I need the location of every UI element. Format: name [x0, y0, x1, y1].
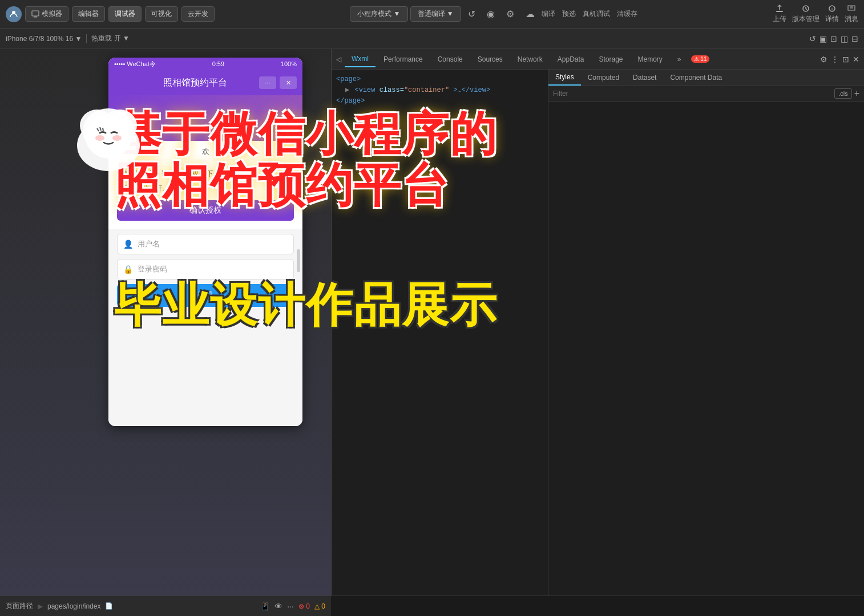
- devtools-arrow-icon: ◁: [336, 55, 341, 63]
- more-tabs-icon[interactable]: »: [671, 52, 688, 67]
- error-count: ⊗ 0: [298, 602, 310, 610]
- cloud-tab[interactable]: 云开发: [181, 6, 215, 22]
- message-btn[interactable]: 消息: [845, 4, 858, 24]
- svg-text:i: i: [831, 6, 833, 12]
- layout-toggle-4[interactable]: ⊟: [851, 34, 858, 43]
- user-icon: 👤: [123, 240, 133, 249]
- warning-count: △ 0: [314, 602, 325, 610]
- more-devtools-icon[interactable]: ⋮: [831, 55, 839, 64]
- xml-line-page-open: <page>: [336, 74, 543, 85]
- second-toolbar: iPhone 6/7/8 100% 16 ▼ 热重载 开 ▼ ↺ ▣ ⊡ ◫ ⊟: [0, 29, 864, 49]
- phone-auth-popup: 尊敬的用户，请确认授权以下信息 • 获得你的公开... 确认授权: [108, 160, 302, 229]
- close-icon[interactable]: ✕: [280, 76, 297, 89]
- preview-label: 预选: [562, 9, 576, 19]
- computed-tab[interactable]: Computed: [581, 70, 626, 86]
- layout-toggle-2[interactable]: ⊡: [830, 34, 837, 43]
- storage-tab[interactable]: Storage: [592, 52, 629, 67]
- appdata-tab[interactable]: AppData: [551, 52, 591, 67]
- phone-frame: ••••• WeChat令 0:59 100% 照相馆预约平台 ··· ✕ 欢: [108, 58, 302, 426]
- phone-carrier: ••••• WeChat令: [114, 60, 156, 68]
- debugger-tab[interactable]: 调试器: [108, 6, 142, 22]
- password-input[interactable]: 🔒 登录密码: [117, 259, 294, 279]
- menu-icon[interactable]: ···: [259, 76, 276, 89]
- phone-banner: [108, 95, 302, 141]
- divider: [86, 34, 87, 43]
- real-device-label: 真机调试: [583, 9, 610, 19]
- refresh-btn[interactable]: ↺: [463, 6, 480, 22]
- preview-btn[interactable]: ◉: [482, 6, 499, 22]
- more-icon: ···: [287, 602, 294, 611]
- settings-icon[interactable]: ⚙: [820, 55, 827, 64]
- phone-battery: 100%: [281, 60, 297, 67]
- simulator-panel: ••••• WeChat令 0:59 100% 照相馆预约平台 ··· ✕ 欢: [0, 49, 331, 616]
- style-tabs: Styles Computed Dataset Component Data: [548, 70, 864, 86]
- phone-content: 欢 尊敬的用户，请确认授权以下信息 • 获得你的公开... 确认授权 👤 用户名…: [108, 95, 302, 426]
- memory-tab[interactable]: Memory: [631, 52, 669, 67]
- compile-select[interactable]: 普通编译 ▼: [410, 6, 461, 22]
- xml-line-view[interactable]: ▶ <view class="container" >…</view>: [336, 85, 543, 96]
- page-path: pages/login/index: [47, 602, 100, 610]
- phone-nav-icons: ··· ✕: [259, 76, 297, 89]
- close-devtools-icon[interactable]: ✕: [853, 55, 859, 64]
- toolbar-center: 小程序模式 ▼ 普通编译 ▼ ↺ ◉ ⚙ ☁ 编译 预选 真机调试 清缓存: [215, 6, 773, 22]
- add-rule-btn[interactable]: +: [854, 88, 859, 99]
- status-bar-right: 📱 👁 ··· ⊗ 0 △ 0: [260, 602, 325, 611]
- filter-input[interactable]: [553, 90, 834, 98]
- simulator-tab[interactable]: 模拟器: [25, 6, 68, 22]
- eye-icon: 👁: [274, 602, 282, 611]
- phone-nav-title: 照相馆预约平台: [163, 77, 227, 89]
- password-placeholder: 登录密码: [138, 264, 167, 274]
- style-panel: Styles Computed Dataset Component Data .…: [548, 70, 864, 616]
- clear-cache-label: 清缓存: [617, 9, 637, 19]
- hot-reload[interactable]: 热重载 开 ▼: [91, 34, 130, 43]
- toolbar-right: 上传 版本管理 i 详情 消息: [773, 4, 858, 24]
- styles-tab[interactable]: Styles: [548, 70, 581, 86]
- error-badge: ⚠ 11: [691, 55, 710, 63]
- layout-toggle-3[interactable]: ◫: [841, 34, 848, 43]
- devtools-tab-bar: ◁ Wxml Performance Console Sources Netwo…: [332, 49, 864, 70]
- devtools-content: <page> ▶ <view class="container" >…</vie…: [332, 70, 864, 616]
- toolbar-left: 模拟器 编辑器 调试器 可视化 云开发: [6, 6, 215, 22]
- phone-nav-bar: 照相馆预约平台 ··· ✕: [108, 70, 302, 95]
- cls-button[interactable]: .cls: [834, 88, 852, 99]
- device-icon: 📱: [260, 602, 270, 611]
- path-sep: ▶: [38, 602, 43, 610]
- detail-btn[interactable]: i 详情: [825, 4, 839, 24]
- refresh-icon[interactable]: ↺: [809, 34, 816, 43]
- filter-bar: .cls +: [548, 86, 864, 102]
- more-btn[interactable]: ☁: [521, 6, 539, 22]
- login-btn[interactable]: 登录: [117, 284, 294, 307]
- wxml-tree: <page> ▶ <view class="container" >…</vie…: [332, 70, 548, 616]
- avatar: [6, 6, 22, 22]
- layout-toggle-1[interactable]: ▣: [819, 34, 827, 43]
- username-input[interactable]: 👤 用户名: [117, 234, 294, 254]
- settings-btn[interactable]: ⚙: [502, 6, 519, 22]
- compile-label: 编译: [542, 9, 555, 19]
- second-toolbar-right: ↺ ▣ ⊡ ◫ ⊟: [809, 34, 858, 43]
- phone-logo-area: 欢: [108, 141, 302, 160]
- console-tab[interactable]: Console: [431, 52, 470, 67]
- xml-line-page-close: </page>: [336, 96, 543, 107]
- sources-tab[interactable]: Sources: [471, 52, 510, 67]
- version-manage-btn[interactable]: 版本管理: [792, 4, 819, 24]
- performance-tab[interactable]: Performance: [377, 52, 430, 67]
- svg-rect-2: [34, 17, 37, 18]
- dataset-tab[interactable]: Dataset: [626, 70, 663, 86]
- visual-tab[interactable]: 可视化: [145, 6, 178, 22]
- top-toolbar: 模拟器 编辑器 调试器 可视化 云开发 小程序模式 ▼ 普通编译 ▼ ↺ ◉ ⚙…: [0, 0, 864, 29]
- path-label: 页面路径: [6, 601, 33, 611]
- component-data-tab[interactable]: Component Data: [663, 70, 729, 86]
- username-placeholder: 用户名: [138, 239, 160, 249]
- network-tab[interactable]: Network: [511, 52, 550, 67]
- phone-time: 0:59: [212, 60, 224, 67]
- upload-btn[interactable]: 上传: [773, 4, 786, 24]
- dock-icon[interactable]: ⊡: [842, 55, 849, 64]
- svg-rect-1: [32, 11, 39, 16]
- editor-tab[interactable]: 编辑器: [72, 6, 105, 22]
- status-bar: 页面路径 ▶ pages/login/index 📄 📱 👁 ··· ⊗ 0 △…: [0, 595, 331, 616]
- auth-confirm-btn[interactable]: 确认授权: [117, 200, 294, 221]
- wxml-tab[interactable]: Wxml: [345, 51, 376, 67]
- file-icon: 📄: [105, 602, 113, 610]
- mode-select[interactable]: 小程序模式 ▼: [350, 6, 407, 22]
- style-content: [548, 102, 864, 616]
